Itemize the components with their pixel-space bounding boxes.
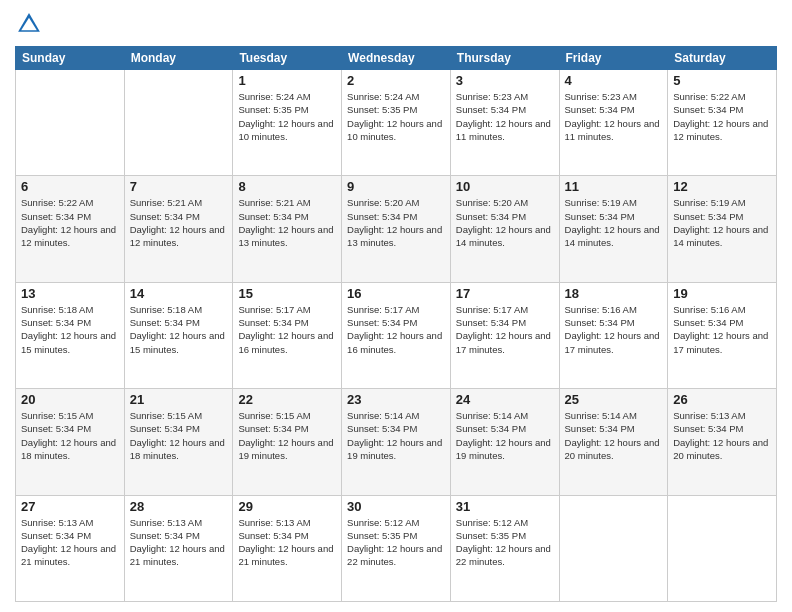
calendar-cell: 22Sunrise: 5:15 AMSunset: 5:34 PMDayligh… xyxy=(233,389,342,495)
calendar-cell xyxy=(124,70,233,176)
day-info: Sunrise: 5:24 AMSunset: 5:35 PMDaylight:… xyxy=(347,90,445,143)
calendar-cell: 16Sunrise: 5:17 AMSunset: 5:34 PMDayligh… xyxy=(342,282,451,388)
day-info: Sunrise: 5:13 AMSunset: 5:34 PMDaylight:… xyxy=(130,516,228,569)
day-info: Sunrise: 5:22 AMSunset: 5:34 PMDaylight:… xyxy=(21,196,119,249)
day-info: Sunrise: 5:16 AMSunset: 5:34 PMDaylight:… xyxy=(673,303,771,356)
calendar-cell: 5Sunrise: 5:22 AMSunset: 5:34 PMDaylight… xyxy=(668,70,777,176)
day-number: 27 xyxy=(21,499,119,514)
day-number: 2 xyxy=(347,73,445,88)
day-number: 12 xyxy=(673,179,771,194)
day-number: 31 xyxy=(456,499,554,514)
calendar-cell xyxy=(16,70,125,176)
calendar-cell: 1Sunrise: 5:24 AMSunset: 5:35 PMDaylight… xyxy=(233,70,342,176)
day-info: Sunrise: 5:17 AMSunset: 5:34 PMDaylight:… xyxy=(347,303,445,356)
day-number: 9 xyxy=(347,179,445,194)
day-info: Sunrise: 5:19 AMSunset: 5:34 PMDaylight:… xyxy=(673,196,771,249)
day-info: Sunrise: 5:15 AMSunset: 5:34 PMDaylight:… xyxy=(238,409,336,462)
day-number: 26 xyxy=(673,392,771,407)
day-number: 6 xyxy=(21,179,119,194)
calendar-day-header: Monday xyxy=(124,47,233,70)
day-info: Sunrise: 5:23 AMSunset: 5:34 PMDaylight:… xyxy=(565,90,663,143)
calendar-header-row: SundayMondayTuesdayWednesdayThursdayFrid… xyxy=(16,47,777,70)
day-number: 29 xyxy=(238,499,336,514)
calendar-cell: 20Sunrise: 5:15 AMSunset: 5:34 PMDayligh… xyxy=(16,389,125,495)
day-number: 24 xyxy=(456,392,554,407)
calendar-cell: 15Sunrise: 5:17 AMSunset: 5:34 PMDayligh… xyxy=(233,282,342,388)
day-info: Sunrise: 5:14 AMSunset: 5:34 PMDaylight:… xyxy=(456,409,554,462)
day-number: 28 xyxy=(130,499,228,514)
calendar-cell: 18Sunrise: 5:16 AMSunset: 5:34 PMDayligh… xyxy=(559,282,668,388)
calendar-day-header: Saturday xyxy=(668,47,777,70)
calendar-cell: 28Sunrise: 5:13 AMSunset: 5:34 PMDayligh… xyxy=(124,495,233,601)
calendar-day-header: Wednesday xyxy=(342,47,451,70)
calendar-day-header: Thursday xyxy=(450,47,559,70)
day-number: 13 xyxy=(21,286,119,301)
calendar-week-row: 13Sunrise: 5:18 AMSunset: 5:34 PMDayligh… xyxy=(16,282,777,388)
day-info: Sunrise: 5:24 AMSunset: 5:35 PMDaylight:… xyxy=(238,90,336,143)
day-info: Sunrise: 5:21 AMSunset: 5:34 PMDaylight:… xyxy=(238,196,336,249)
day-info: Sunrise: 5:20 AMSunset: 5:34 PMDaylight:… xyxy=(456,196,554,249)
calendar-day-header: Sunday xyxy=(16,47,125,70)
day-number: 21 xyxy=(130,392,228,407)
day-info: Sunrise: 5:16 AMSunset: 5:34 PMDaylight:… xyxy=(565,303,663,356)
day-info: Sunrise: 5:17 AMSunset: 5:34 PMDaylight:… xyxy=(456,303,554,356)
calendar-cell: 24Sunrise: 5:14 AMSunset: 5:34 PMDayligh… xyxy=(450,389,559,495)
calendar-cell: 14Sunrise: 5:18 AMSunset: 5:34 PMDayligh… xyxy=(124,282,233,388)
generalblue-icon xyxy=(15,10,43,38)
day-info: Sunrise: 5:14 AMSunset: 5:34 PMDaylight:… xyxy=(347,409,445,462)
calendar-cell: 17Sunrise: 5:17 AMSunset: 5:34 PMDayligh… xyxy=(450,282,559,388)
day-number: 8 xyxy=(238,179,336,194)
day-number: 17 xyxy=(456,286,554,301)
calendar-cell: 11Sunrise: 5:19 AMSunset: 5:34 PMDayligh… xyxy=(559,176,668,282)
calendar-cell: 7Sunrise: 5:21 AMSunset: 5:34 PMDaylight… xyxy=(124,176,233,282)
day-info: Sunrise: 5:12 AMSunset: 5:35 PMDaylight:… xyxy=(456,516,554,569)
calendar-cell xyxy=(559,495,668,601)
day-number: 14 xyxy=(130,286,228,301)
calendar-day-header: Tuesday xyxy=(233,47,342,70)
day-number: 5 xyxy=(673,73,771,88)
day-info: Sunrise: 5:17 AMSunset: 5:34 PMDaylight:… xyxy=(238,303,336,356)
day-info: Sunrise: 5:21 AMSunset: 5:34 PMDaylight:… xyxy=(130,196,228,249)
logo xyxy=(15,10,47,38)
day-number: 15 xyxy=(238,286,336,301)
header xyxy=(15,10,777,38)
calendar-week-row: 1Sunrise: 5:24 AMSunset: 5:35 PMDaylight… xyxy=(16,70,777,176)
calendar-cell: 8Sunrise: 5:21 AMSunset: 5:34 PMDaylight… xyxy=(233,176,342,282)
day-number: 20 xyxy=(21,392,119,407)
day-info: Sunrise: 5:12 AMSunset: 5:35 PMDaylight:… xyxy=(347,516,445,569)
calendar-cell: 19Sunrise: 5:16 AMSunset: 5:34 PMDayligh… xyxy=(668,282,777,388)
day-number: 3 xyxy=(456,73,554,88)
day-info: Sunrise: 5:15 AMSunset: 5:34 PMDaylight:… xyxy=(130,409,228,462)
calendar-cell: 27Sunrise: 5:13 AMSunset: 5:34 PMDayligh… xyxy=(16,495,125,601)
day-info: Sunrise: 5:18 AMSunset: 5:34 PMDaylight:… xyxy=(21,303,119,356)
day-number: 4 xyxy=(565,73,663,88)
day-info: Sunrise: 5:19 AMSunset: 5:34 PMDaylight:… xyxy=(565,196,663,249)
day-number: 10 xyxy=(456,179,554,194)
calendar-cell: 2Sunrise: 5:24 AMSunset: 5:35 PMDaylight… xyxy=(342,70,451,176)
calendar-table: SundayMondayTuesdayWednesdayThursdayFrid… xyxy=(15,46,777,602)
calendar-cell: 10Sunrise: 5:20 AMSunset: 5:34 PMDayligh… xyxy=(450,176,559,282)
page: SundayMondayTuesdayWednesdayThursdayFrid… xyxy=(0,0,792,612)
day-info: Sunrise: 5:14 AMSunset: 5:34 PMDaylight:… xyxy=(565,409,663,462)
day-info: Sunrise: 5:13 AMSunset: 5:34 PMDaylight:… xyxy=(238,516,336,569)
calendar-cell: 3Sunrise: 5:23 AMSunset: 5:34 PMDaylight… xyxy=(450,70,559,176)
day-info: Sunrise: 5:15 AMSunset: 5:34 PMDaylight:… xyxy=(21,409,119,462)
calendar-week-row: 20Sunrise: 5:15 AMSunset: 5:34 PMDayligh… xyxy=(16,389,777,495)
calendar-cell: 21Sunrise: 5:15 AMSunset: 5:34 PMDayligh… xyxy=(124,389,233,495)
calendar-cell: 26Sunrise: 5:13 AMSunset: 5:34 PMDayligh… xyxy=(668,389,777,495)
calendar-cell: 6Sunrise: 5:22 AMSunset: 5:34 PMDaylight… xyxy=(16,176,125,282)
day-info: Sunrise: 5:22 AMSunset: 5:34 PMDaylight:… xyxy=(673,90,771,143)
calendar-cell: 30Sunrise: 5:12 AMSunset: 5:35 PMDayligh… xyxy=(342,495,451,601)
day-number: 11 xyxy=(565,179,663,194)
day-info: Sunrise: 5:13 AMSunset: 5:34 PMDaylight:… xyxy=(673,409,771,462)
day-number: 30 xyxy=(347,499,445,514)
calendar-cell: 25Sunrise: 5:14 AMSunset: 5:34 PMDayligh… xyxy=(559,389,668,495)
calendar-cell: 29Sunrise: 5:13 AMSunset: 5:34 PMDayligh… xyxy=(233,495,342,601)
calendar-day-header: Friday xyxy=(559,47,668,70)
day-number: 23 xyxy=(347,392,445,407)
calendar-cell: 13Sunrise: 5:18 AMSunset: 5:34 PMDayligh… xyxy=(16,282,125,388)
day-info: Sunrise: 5:23 AMSunset: 5:34 PMDaylight:… xyxy=(456,90,554,143)
calendar-week-row: 27Sunrise: 5:13 AMSunset: 5:34 PMDayligh… xyxy=(16,495,777,601)
day-info: Sunrise: 5:18 AMSunset: 5:34 PMDaylight:… xyxy=(130,303,228,356)
calendar-cell: 9Sunrise: 5:20 AMSunset: 5:34 PMDaylight… xyxy=(342,176,451,282)
